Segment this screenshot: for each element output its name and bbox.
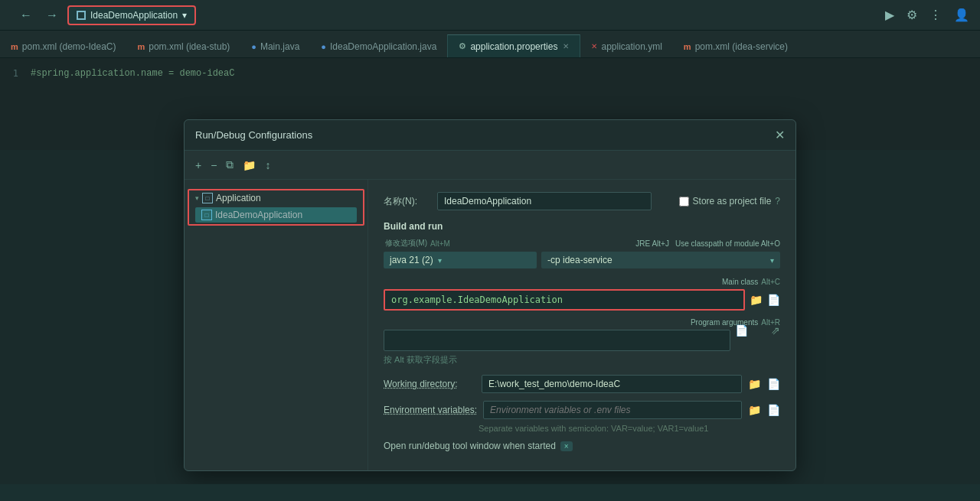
forward-button[interactable]: → [41, 5, 63, 25]
user-icon[interactable]: 👤 [951, 5, 972, 25]
top-bar-right: ▶ ⚙ ⋮ 👤 [882, 5, 972, 25]
store-as-project-checkbox[interactable] [679, 197, 689, 207]
classpath-shortcut: Use classpath of module Alt+O [675, 239, 780, 248]
env-vars-folder-btn[interactable]: 📁 [748, 404, 761, 416]
run-config-label: IdeaDemoApplication [90, 10, 178, 21]
toolbar-add-button[interactable]: + [192, 158, 204, 173]
tree-item-label: IdeaDemoApplication [215, 210, 302, 220]
dialog-toolbar: + − ⧉ 📁 ↕ [185, 151, 795, 180]
dialog-overlay: Run/Debug Configurations ✕ + − ⧉ 📁 ↕ ▾ □… [0, 58, 980, 501]
run-config-icon [77, 11, 86, 20]
working-dir-row: Working directory: 📁 📄 [384, 375, 780, 393]
prog-args-input[interactable] [384, 330, 730, 351]
run-icon[interactable]: ▶ [882, 5, 897, 25]
env-vars-label: Environment variables: [384, 405, 477, 415]
classpath-select[interactable]: -cp idea-service ▾ [541, 252, 780, 268]
run-debug-dialog: Run/Debug Configurations ✕ + − ⧉ 📁 ↕ ▾ □… [184, 119, 796, 471]
store-as-project-label: Store as project file ? [679, 196, 780, 207]
right-panel: 名称(N): Store as project file ? Build and… [368, 180, 795, 470]
tab-pom-service[interactable]: m pom.xml (idea-service) [673, 34, 799, 57]
env-vars-hint: Separate variables with semicolon: VAR=v… [479, 424, 780, 433]
working-dir-label: Working directory: [384, 379, 475, 389]
tab-pom-stub-icon: m [137, 42, 145, 51]
hint-text: 按 Alt 获取字段提示 [384, 354, 780, 366]
top-bar-left: ← → IdeaDemoApplication ▾ [15, 5, 196, 25]
jre-shortcut: JRE Alt+J [635, 239, 669, 248]
toolbar-remove-button[interactable]: − [207, 158, 220, 173]
main-class-folder-btn[interactable]: 📁 [750, 294, 763, 306]
jre-select[interactable]: java 21 (2) ▾ [384, 252, 537, 268]
dialog-title-bar: Run/Debug Configurations ✕ [185, 120, 795, 151]
more-icon[interactable]: ⋮ [926, 5, 945, 25]
main-class-shortcut: Alt+C [761, 278, 780, 286]
prog-args-input-row: 📄 ⇗ [384, 330, 780, 351]
tab-main-java-icon: ● [251, 42, 256, 51]
tab-app-properties-icon: ⚙ [459, 41, 466, 51]
prog-args-label: Program arguments [691, 318, 758, 327]
tree-section-application[interactable]: ▾ □ Application [189, 190, 363, 206]
tab-idea-demo-label: IdeaDemoApplication.java [330, 41, 436, 52]
tree-section-arrow: ▾ [195, 194, 199, 202]
application-group-highlight: ▾ □ Application □ IdeaDemoApplication [188, 189, 364, 226]
left-panel: ▾ □ Application □ IdeaDemoApplication [185, 180, 368, 470]
classpath-arrow-icon: ▾ [770, 256, 774, 265]
main-class-doc-btn[interactable]: 📄 [767, 294, 780, 306]
tab-app-properties-close[interactable]: ✕ [563, 42, 569, 50]
jre-value: java 21 (2) [390, 255, 433, 265]
tab-pom-service-label: pom.xml (idea-service) [695, 41, 788, 52]
dialog-close-button[interactable]: ✕ [775, 128, 785, 142]
name-label: 名称(N): [384, 195, 430, 208]
store-as-project-text: Store as project file [693, 196, 772, 207]
prog-args-doc-btn[interactable]: 📄 [735, 324, 748, 337]
working-dir-doc-btn[interactable]: 📄 [767, 378, 780, 390]
main-class-input-row: 📁 📄 [384, 289, 780, 311]
tab-app-yml[interactable]: ✕ application.yml [580, 34, 672, 57]
back-button[interactable]: ← [15, 5, 37, 25]
form-row-name: 名称(N): Store as project file ? [384, 192, 780, 210]
tab-app-yml-icon: ✕ [591, 42, 597, 50]
run-config-dropdown-icon: ▾ [182, 10, 187, 21]
tab-main-java-label: Main.java [260, 41, 299, 52]
tree-item-idea-demo-app[interactable]: □ IdeaDemoApplication [195, 207, 357, 223]
tab-app-properties-label: application.properties [470, 41, 557, 52]
dialog-title: Run/Debug Configurations [195, 129, 312, 141]
env-vars-input[interactable] [483, 401, 742, 419]
tab-idea-demo-icon: ● [321, 42, 326, 51]
tab-idea-demo[interactable]: ● IdeaDemoApplication.java [310, 34, 447, 57]
bottom-status [0, 484, 980, 501]
dialog-body: ▾ □ Application □ IdeaDemoApplication 名称… [185, 180, 795, 470]
jre-classpath-label-row: 修改选项(M) Alt+M JRE Alt+J Use classpath of… [384, 238, 780, 249]
toolbar-copy-button[interactable]: ⧉ [223, 157, 237, 173]
top-bar: ← → IdeaDemoApplication ▾ ▶ ⚙ ⋮ 👤 [0, 0, 980, 31]
tab-main-java[interactable]: ● Main.java [240, 34, 310, 57]
help-icon: ? [775, 196, 780, 207]
tab-pom-stub[interactable]: m pom.xml (idea-stub) [126, 34, 240, 57]
classpath-value: -cp idea-service [547, 255, 612, 265]
run-config-button[interactable]: IdeaDemoApplication ▾ [67, 5, 196, 25]
tab-pom-service-icon: m [684, 42, 691, 51]
env-vars-doc-btn[interactable]: 📄 [767, 404, 780, 416]
prog-args-expand-btn[interactable]: ⇗ [771, 324, 780, 337]
jre-classpath-row: java 21 (2) ▾ -cp idea-service ▾ [384, 252, 780, 268]
env-var-row: Environment variables: 📁 📄 [384, 401, 780, 419]
tab-bar: m pom.xml (demo-IdeaC) m pom.xml (idea-s… [0, 31, 980, 58]
main-class-label: Main class [722, 278, 758, 286]
working-dir-input[interactable] [482, 375, 742, 393]
tab-app-yml-label: application.yml [601, 41, 662, 52]
modify-shortcut: Alt+M [430, 239, 450, 248]
tree-app-icon: □ [202, 193, 213, 203]
modify-options-label: 修改选项(M) [385, 238, 427, 249]
main-class-input[interactable] [384, 289, 745, 311]
toolbar-sort-button[interactable]: ↕ [262, 158, 273, 173]
working-dir-folder-btn[interactable]: 📁 [748, 378, 761, 390]
toolbar-folder-button[interactable]: 📁 [240, 158, 259, 173]
settings-icon[interactable]: ⚙ [903, 5, 920, 25]
tab-pom-demo[interactable]: m pom.xml (demo-IdeaC) [0, 34, 126, 57]
build-and-run-section: Build and run [384, 221, 780, 232]
name-input[interactable] [437, 192, 652, 210]
open-window-badge[interactable]: × [560, 441, 573, 451]
open-window-label: Open run/debug tool window when started [384, 441, 556, 451]
tree-section-label: Application [216, 193, 261, 203]
tree-item-icon: □ [201, 210, 212, 220]
tab-app-properties[interactable]: ⚙ application.properties ✕ [447, 34, 580, 57]
